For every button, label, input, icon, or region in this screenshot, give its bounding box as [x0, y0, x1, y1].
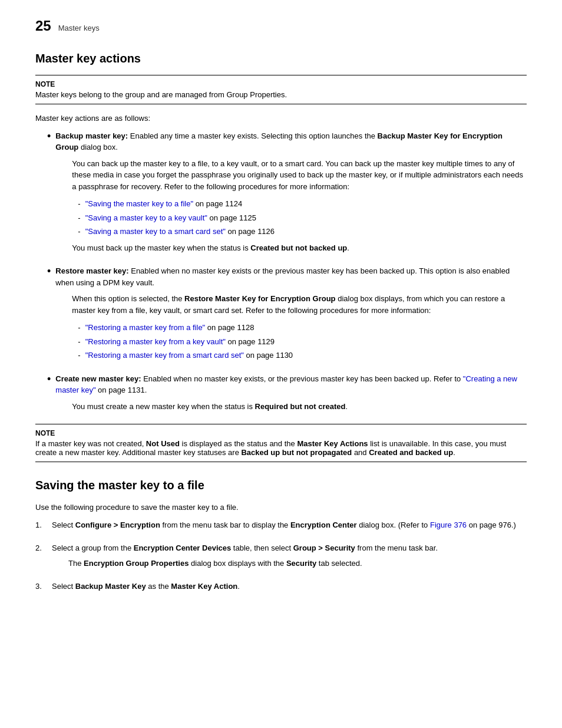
rdash-3: -	[78, 350, 80, 361]
bullet-dot-2: •	[47, 265, 51, 278]
step-1: 1. Select Configure > Encryption from th…	[35, 519, 527, 537]
restore-subpara-text: When this option is selected, the	[72, 294, 184, 303]
master-key-actions-list: • Backup master key: Enabled any time a …	[47, 130, 527, 419]
create-content: Create new master key: Enabled when no m…	[55, 373, 527, 419]
backup-trailing: You must back up the master key when the…	[72, 242, 527, 254]
rdash-2: -	[78, 336, 80, 348]
backup-link-2-suffix: on page 1125	[207, 213, 256, 222]
step-2-text: Select a group from the Encryption Cente…	[52, 542, 527, 554]
dash-2: -	[78, 212, 80, 224]
step-2-num: 2.	[35, 542, 45, 554]
note2-text4: and	[352, 448, 369, 457]
step2-bold2: Group > Security	[293, 543, 355, 552]
backup-trailing-bold: Created but not backed up	[250, 243, 347, 252]
create-intro: Create new master key: Enabled when no m…	[55, 373, 527, 396]
step3-text2: as the	[146, 582, 171, 591]
create-link-suffix: on page 1131.	[96, 386, 147, 394]
note-box-2: NOTE If a master key was not created, No…	[35, 424, 527, 462]
backup-link-3-anchor[interactable]: "Saving a master key to a smart card set…	[85, 227, 226, 236]
create-trailing-bold: Required but not created	[255, 402, 346, 411]
section1-intro: Master key actions are as follows:	[35, 113, 527, 124]
step-3-content: Select Backup Master Key as the Master K…	[52, 581, 527, 598]
page-chapter: Master keys	[58, 24, 100, 32]
restore-details: When this option is selected, the Restor…	[72, 293, 527, 361]
backup-content: Backup master key: Enabled any time a ma…	[55, 130, 527, 260]
note2-text5: .	[453, 448, 455, 457]
bullet-dot-1: •	[47, 130, 51, 143]
step1-bold2: Encryption Center	[290, 521, 357, 529]
note2-not-used: Not Used	[146, 439, 180, 448]
restore-link-3-text: "Restoring a master key from a smart car…	[85, 350, 293, 361]
step2-sub2: dialog box displays with the	[189, 559, 286, 568]
backup-trailing-text: You must back up the master key when the…	[72, 243, 250, 252]
page-number: 25	[35, 18, 51, 34]
note2-text2: is displayed as the status and the	[180, 439, 297, 448]
step3-bold1: Backup Master Key	[75, 582, 146, 591]
restore-link-3-anchor[interactable]: "Restoring a master key from a smart car…	[85, 351, 244, 360]
step-1-text: Select Configure > Encryption from the m…	[52, 519, 527, 531]
create-term: Create new master key:	[55, 374, 141, 383]
dash-3: -	[78, 226, 80, 238]
backup-text: Enabled any time a master key exists. Se…	[128, 131, 377, 140]
note-box-1: NOTE Master keys belong to the group and…	[35, 75, 527, 104]
backup-trailing2: .	[347, 243, 349, 252]
step2-text1: Select a group from the	[52, 543, 134, 552]
step2-subbold1: Encryption Group Properties	[84, 559, 189, 568]
list-item-restore: • Restore master key: Enabled when no ma…	[47, 265, 527, 367]
restore-link-2-text: "Restoring a master key from a key vault…	[85, 336, 275, 348]
note-label-2: NOTE	[35, 429, 527, 437]
step2-bold1: Encryption Center Devices	[134, 543, 231, 552]
rdash-1: -	[78, 322, 80, 334]
backup-link-3-suffix: on page 1126	[226, 227, 275, 236]
section-master-key-actions: Master key actions NOTE Master keys belo…	[35, 52, 527, 462]
backup-links-list: - "Saving the master key to a file" on p…	[78, 198, 527, 238]
section1-title: Master key actions	[35, 52, 527, 65]
restore-link-2-anchor[interactable]: "Restoring a master key from a key vault…	[85, 337, 226, 346]
step-2-content: Select a group from the Encryption Cente…	[52, 542, 527, 575]
restore-link-3: - "Restoring a master key from a smart c…	[78, 350, 527, 361]
step2-sub3: tab selected.	[316, 559, 362, 568]
step3-text1: Select	[52, 582, 75, 591]
restore-subpara: When this option is selected, the Restor…	[72, 293, 527, 316]
step3-bold2: Master Key Action	[171, 582, 237, 591]
backup-link-1-text: "Saving the master key to a file" on pag…	[85, 198, 243, 210]
step-3-text: Select Backup Master Key as the Master K…	[52, 581, 527, 592]
backup-term: Backup master key:	[55, 131, 128, 140]
backup-link-3-text: "Saving a master key to a smart card set…	[85, 226, 275, 238]
section-saving-master-key: Saving the master key to a file Use the …	[35, 479, 527, 598]
note2-mka: Master Key Actions	[297, 439, 368, 448]
bullet-dot-3: •	[47, 373, 51, 386]
list-item-create: • Create new master key: Enabled when no…	[47, 373, 527, 419]
note-label-1: NOTE	[35, 80, 527, 88]
restore-link-3-suffix: on page 1130	[244, 351, 293, 360]
step1-bold1: Configure > Encryption	[75, 521, 160, 529]
backup-text2: dialog box.	[78, 143, 118, 151]
step2-text2: table, then select	[231, 543, 293, 552]
restore-subpara-bold: Restore Master Key for Encryption Group	[184, 294, 335, 303]
step-1-content: Select Configure > Encryption from the m…	[52, 519, 527, 537]
backup-link-1-suffix: on page 1124	[193, 199, 242, 208]
step2-subbold2: Security	[286, 559, 316, 568]
restore-link-2: - "Restoring a master key from a key vau…	[78, 336, 527, 348]
restore-links-list: - "Restoring a master key from a file" o…	[78, 322, 527, 361]
create-trailing: You must create a new master key when th…	[72, 401, 527, 413]
restore-link-1-text: "Restoring a master key from a file" on …	[85, 322, 254, 334]
step1-link[interactable]: Figure 376	[430, 521, 467, 529]
create-trailing-text: You must create a new master key when th…	[72, 402, 254, 411]
step-1-num: 1.	[35, 519, 45, 531]
backup-intro: Backup master key: Enabled any time a ma…	[55, 130, 527, 153]
backup-link-1-anchor[interactable]: "Saving the master key to a file"	[85, 199, 193, 208]
backup-link-2: - "Saving a master key to a key vault" o…	[78, 212, 527, 224]
create-trailing2: .	[345, 402, 348, 411]
restore-link-1-anchor[interactable]: "Restoring a master key from a file"	[85, 323, 206, 332]
page-header: 25 Master keys	[35, 18, 527, 34]
step-2: 2. Select a group from the Encryption Ce…	[35, 542, 527, 575]
restore-content: Restore master key: Enabled when no mast…	[55, 265, 527, 367]
backup-link-2-anchor[interactable]: "Saving a master key to a key vault"	[85, 213, 207, 222]
step2-sub1: The	[68, 559, 84, 568]
step2-subtext: The Encryption Group Properties dialog b…	[68, 558, 527, 569]
note-text-1: Master keys belong to the group and are …	[35, 90, 527, 99]
step3-text3: .	[237, 582, 240, 591]
step1-text3: dialog box. (Refer to	[357, 521, 430, 529]
backup-details: You can back up the master key to a file…	[72, 158, 527, 254]
